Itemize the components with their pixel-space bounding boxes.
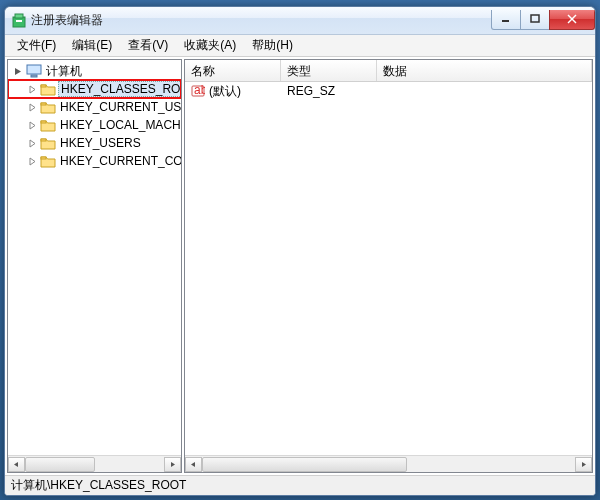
- svg-rect-9: [31, 75, 37, 77]
- svg-rect-8: [27, 65, 41, 74]
- svg-rect-1: [15, 14, 23, 18]
- expand-icon[interactable]: [26, 137, 38, 149]
- svg-rect-15: [41, 103, 46, 105]
- menubar: 文件(F) 编辑(E) 查看(V) 收藏夹(A) 帮助(H): [5, 35, 595, 57]
- cell-name: ab(默认): [185, 83, 281, 100]
- expand-icon[interactable]: [26, 101, 38, 113]
- svg-marker-22: [30, 158, 35, 165]
- column-data[interactable]: 数据: [377, 60, 592, 81]
- svg-rect-21: [41, 139, 46, 141]
- menu-favorites[interactable]: 收藏夹(A): [176, 35, 244, 56]
- registry-editor-window: 注册表编辑器 文件(F) 编辑(E) 查看(V) 收藏夹(A) 帮助(H) 计算…: [4, 6, 596, 496]
- menu-edit[interactable]: 编辑(E): [64, 35, 120, 56]
- scroll-thumb[interactable]: [202, 457, 407, 472]
- string-value-icon: ab: [191, 84, 205, 98]
- titlebar[interactable]: 注册表编辑器: [5, 7, 595, 35]
- cell-type: REG_SZ: [281, 84, 377, 98]
- close-button[interactable]: [549, 10, 595, 30]
- app-icon: [11, 13, 27, 29]
- scroll-left-button[interactable]: [185, 457, 202, 472]
- tree-item-hkey-local-machine[interactable]: HKEY_LOCAL_MACHINE: [8, 116, 181, 134]
- folder-icon: [40, 136, 56, 150]
- tree-root-computer[interactable]: 计算机: [8, 62, 181, 80]
- tree-item-label: HKEY_USERS: [58, 136, 143, 150]
- registry-tree[interactable]: 计算机 HKEY_CLASSES_ROOTHKEY_CURRENT_USERHK…: [8, 60, 181, 455]
- window-title: 注册表编辑器: [31, 12, 492, 29]
- folder-icon: [40, 82, 56, 96]
- svg-marker-29: [191, 462, 195, 467]
- status-path: 计算机\HKEY_CLASSES_ROOT: [11, 477, 186, 494]
- svg-rect-4: [531, 15, 539, 22]
- expand-icon[interactable]: [26, 155, 38, 167]
- tree-item-label: HKEY_CLASSES_ROOT: [58, 81, 181, 97]
- svg-marker-7: [15, 68, 21, 75]
- scroll-left-button[interactable]: [8, 457, 25, 472]
- expand-icon[interactable]: [26, 119, 38, 131]
- menu-view[interactable]: 查看(V): [120, 35, 176, 56]
- maximize-button[interactable]: [520, 10, 550, 30]
- svg-rect-12: [41, 85, 46, 87]
- values-pane: 名称 类型 数据 ab(默认)REG_SZ: [184, 59, 593, 473]
- svg-rect-2: [16, 20, 22, 22]
- svg-text:ab: ab: [194, 84, 205, 97]
- list-row[interactable]: ab(默认)REG_SZ: [185, 82, 592, 100]
- statusbar: 计算机\HKEY_CLASSES_ROOT: [5, 475, 595, 495]
- tree-item-hkey-users[interactable]: HKEY_USERS: [8, 134, 181, 152]
- svg-marker-13: [30, 104, 35, 111]
- values-list[interactable]: ab(默认)REG_SZ: [185, 82, 592, 455]
- tree-item-hkey-current-user[interactable]: HKEY_CURRENT_USER: [8, 98, 181, 116]
- minimize-button[interactable]: [491, 10, 521, 30]
- scroll-track[interactable]: [202, 457, 575, 472]
- collapse-icon[interactable]: [12, 65, 24, 77]
- svg-rect-24: [41, 157, 46, 159]
- menu-help[interactable]: 帮助(H): [244, 35, 301, 56]
- tree-item-hkey-classes-root[interactable]: HKEY_CLASSES_ROOT: [8, 80, 181, 98]
- tree-item-label: HKEY_CURRENT_USER: [58, 100, 181, 114]
- column-name[interactable]: 名称: [185, 60, 281, 81]
- folder-icon: [40, 100, 56, 114]
- computer-icon: [26, 64, 42, 78]
- tree-pane: 计算机 HKEY_CLASSES_ROOTHKEY_CURRENT_USERHK…: [7, 59, 182, 473]
- svg-marker-16: [30, 122, 35, 129]
- scroll-right-button[interactable]: [164, 457, 181, 472]
- svg-marker-19: [30, 140, 35, 147]
- svg-marker-26: [171, 462, 175, 467]
- svg-marker-30: [582, 462, 586, 467]
- tree-root-label: 计算机: [44, 63, 84, 80]
- list-horizontal-scrollbar[interactable]: [185, 455, 592, 472]
- svg-rect-18: [41, 121, 46, 123]
- svg-marker-10: [30, 86, 35, 93]
- expand-icon[interactable]: [26, 83, 38, 95]
- content-area: 计算机 HKEY_CLASSES_ROOTHKEY_CURRENT_USERHK…: [5, 57, 595, 475]
- scroll-track[interactable]: [25, 457, 164, 472]
- tree-horizontal-scrollbar[interactable]: [8, 455, 181, 472]
- tree-item-hkey-current-config[interactable]: HKEY_CURRENT_CONFIG: [8, 152, 181, 170]
- window-controls: [492, 10, 595, 30]
- scroll-right-button[interactable]: [575, 457, 592, 472]
- column-type[interactable]: 类型: [281, 60, 377, 81]
- tree-item-label: HKEY_LOCAL_MACHINE: [58, 118, 181, 132]
- folder-icon: [40, 118, 56, 132]
- tree-item-label: HKEY_CURRENT_CONFIG: [58, 154, 181, 168]
- scroll-thumb[interactable]: [25, 457, 95, 472]
- folder-icon: [40, 154, 56, 168]
- svg-marker-25: [14, 462, 18, 467]
- menu-file[interactable]: 文件(F): [9, 35, 64, 56]
- list-header: 名称 类型 数据: [185, 60, 592, 82]
